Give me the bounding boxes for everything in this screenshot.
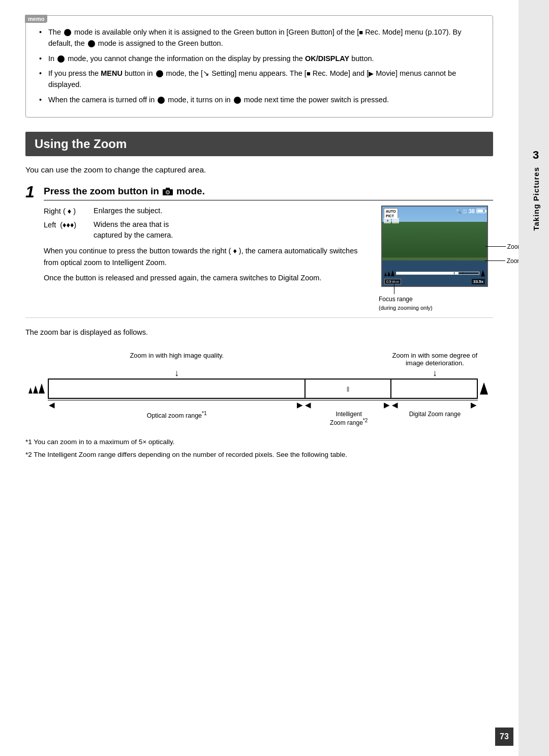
memo-item-3: If you press the MENU button in mode, th… — [39, 68, 484, 91]
svg-rect-1 — [166, 188, 170, 190]
arr-right-intel: ▶ — [384, 400, 390, 410]
footnote-1: *1 You can zoom in to a maximum of 5× op… — [25, 437, 493, 448]
arr-left-optical: ◀ — [49, 400, 55, 410]
focus-range-label: Focus range — [379, 296, 413, 303]
step-title-text: Press the zoom button in — [44, 186, 159, 197]
lcd-zoom-fill — [396, 272, 459, 274]
arr-left-intel: ◀ — [305, 400, 311, 410]
focus-range-annotation: Focus range (during zooming only) — [379, 284, 433, 311]
memo-icon: memo — [25, 15, 47, 23]
bar-intelligent-segment — [306, 380, 392, 398]
step-content: Press the zoom button in mode. — [44, 186, 493, 287]
circle-icon-5 — [158, 97, 165, 104]
lcd-mountains-icon — [384, 270, 394, 276]
lcd-image-count: 38 — [469, 208, 475, 214]
memo-list: The mode is available only when it is as… — [34, 27, 484, 106]
memo-item-1: The mode is available only when it is as… — [39, 27, 484, 49]
lcd-zoom-ratio-display: 33.5x — [472, 279, 485, 284]
range-arrow-optical: ◀ ▶ — [48, 400, 304, 410]
left-mountains-icon — [25, 384, 48, 394]
zoom-row-left: Left (♦♦♦) Widens the area that iscaptur… — [44, 219, 371, 242]
lcd-grid-icon: ◫ — [463, 209, 467, 214]
focus-range-sub: (during zooming only) — [379, 305, 433, 311]
zoom-row-right: Right ( ♦ ) Enlarges the subject. — [44, 206, 371, 217]
lcd-mountain — [382, 222, 487, 257]
zoom-diagram: Zoom in with high image quality. Zoom in… — [25, 352, 493, 426]
digital-range-text: Digital Zoom range — [409, 411, 461, 418]
intro-text: You can use the zoom to change the captu… — [25, 165, 493, 175]
lcd-magnify-icon: 🔍 — [455, 209, 461, 214]
step-title: Press the zoom button in mode. — [44, 186, 493, 200]
range-labels-row: Optical zoom range*1 IntelligentZoom ran… — [25, 411, 493, 426]
optical-range-text: Optical zoom range — [147, 412, 202, 419]
circle-icon-3 — [57, 55, 65, 63]
intel-range-text: IntelligentZoom range — [330, 411, 363, 426]
arr-right-digital: ▶ — [471, 400, 477, 410]
zoom-right-label: Right ( ♦ ) — [44, 206, 89, 217]
arrow-optical: ↓ — [48, 368, 306, 379]
page-content: memo The mode is available only when it … — [0, 0, 518, 756]
range-arrow-intel: ◀ ▶ — [304, 400, 391, 410]
lcd-icon-1: ☀ — [384, 218, 391, 223]
arrow-digital: ↓ — [392, 368, 478, 379]
footnotes: *1 You can zoom in to a maximum of 5× op… — [25, 437, 493, 460]
sidebar: 3 Taking Pictures — [518, 0, 549, 756]
label-intelligent: IntelligentZoom range*2 — [306, 411, 392, 426]
lcd-screen: AUTOPICT 🔍 ◫ 38 — [381, 206, 488, 287]
lcd-icon-2 — [392, 218, 399, 223]
zoom-right-desc: Enlarges the subject. — [94, 206, 162, 217]
circle-icon-4 — [156, 70, 163, 77]
bar-digital-segment — [391, 380, 477, 398]
circle-icon-2 — [88, 40, 95, 47]
step-paragraph-2: Once the button is released and pressed … — [44, 272, 371, 284]
zoom-down-arrows: ↓ ↓ — [25, 368, 493, 379]
zoom-main-bar — [48, 379, 478, 399]
circle-icon-6 — [234, 97, 241, 104]
step-number: 1 — [25, 184, 44, 287]
step-1-container: 1 Press the zoom button in mode. — [25, 186, 493, 287]
zoom-left-label: Left (♦♦♦) — [44, 219, 89, 231]
step-paragraph-1: When you continue to press the button to… — [44, 245, 371, 269]
zoom-label-optical: Zoom in with high image quality. — [48, 352, 306, 367]
range-arrow-digital: ◀ ▶ — [391, 400, 478, 410]
lcd-preview-wrapper: AUTOPICT 🔍 ◫ 38 — [381, 206, 493, 287]
chapter-label: Taking Pictures — [532, 167, 540, 231]
camera-icon-svg — [162, 187, 173, 196]
chapter-tab: 3 Taking Pictures — [523, 142, 549, 237]
right-mountain-icon — [478, 383, 493, 395]
zoom-label-digital: Zoom in with some degree of image deteri… — [392, 352, 478, 367]
memo-box: memo The mode is available only when it … — [25, 15, 493, 118]
label-optical: Optical zoom range*1 — [48, 411, 306, 426]
zoom-bar-section: The zoom bar is displayed as follows. Zo… — [25, 317, 493, 460]
svg-point-2 — [166, 190, 169, 194]
lcd-zoom-track — [396, 272, 479, 275]
lcd-zoom-bar-area — [384, 270, 485, 277]
lcd-mountain-right-icon — [481, 270, 485, 277]
camera-inline-icon — [162, 187, 173, 196]
range-arrows-row: ◀ ▶ ◀ ▶ ◀ ▶ — [25, 400, 493, 410]
memo-item-4: When the camera is turned off in mode, i… — [39, 95, 484, 106]
section-heading: Using the Zoom — [25, 132, 493, 156]
arr-right-optical: ▶ — [297, 400, 303, 410]
bar-optical-segment — [49, 380, 306, 398]
zoom-bar-intro: The zoom bar is displayed as follows. — [25, 328, 493, 336]
arrow-intelligent — [306, 368, 392, 379]
zoom-label-intelligent — [306, 352, 392, 367]
step-text: Right ( ♦ ) Enlarges the subject. Left (… — [44, 206, 371, 287]
arr-left-digital: ◀ — [392, 400, 398, 410]
circle-icon-1 — [64, 29, 71, 36]
page-number: 73 — [495, 728, 513, 746]
label-digital: Digital Zoom range — [392, 411, 478, 426]
footnote-2: *2 The Intelligent Zoom range differs de… — [25, 449, 493, 460]
lcd-battery — [476, 209, 485, 213]
optical-sup: *1 — [202, 411, 207, 416]
zoom-top-labels: Zoom in with high image quality. Zoom in… — [25, 352, 493, 367]
step-body: Right ( ♦ ) Enlarges the subject. Left (… — [44, 206, 493, 287]
bar-with-icons — [25, 379, 493, 399]
zoom-info-table: Right ( ♦ ) Enlarges the subject. Left (… — [44, 206, 371, 242]
lcd-small-icons-row: ☀ — [384, 218, 399, 223]
memo-item-2: In mode, you cannot change the informati… — [39, 53, 484, 65]
chapter-number: 3 — [533, 149, 539, 162]
step-title-suffix: mode. — [176, 186, 205, 197]
zoom-left-desc: Widens the area that iscaptured by the c… — [94, 219, 173, 242]
